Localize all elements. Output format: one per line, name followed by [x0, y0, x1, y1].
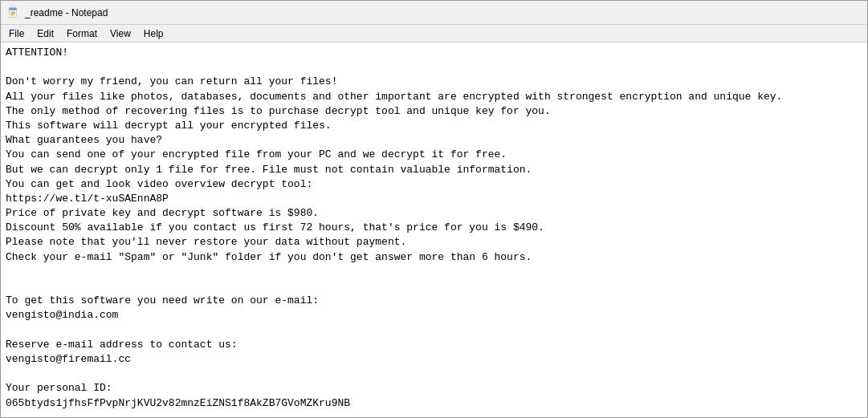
menu-format[interactable]: Format: [60, 26, 104, 41]
menu-view[interactable]: View: [104, 26, 137, 41]
menu-edit[interactable]: Edit: [31, 26, 60, 41]
notepad-icon: [7, 6, 20, 19]
menu-help[interactable]: Help: [137, 26, 170, 41]
document-content: ATTENTION! Don't worry my friend, you ca…: [6, 46, 862, 411]
notepad-window: _readme - Notepad File Edit Format View …: [0, 0, 868, 418]
menu-file[interactable]: File: [2, 26, 31, 41]
svg-rect-1: [10, 7, 17, 10]
window-title: _readme - Notepad: [25, 7, 861, 18]
text-area[interactable]: ATTENTION! Don't worry my friend, you ca…: [1, 43, 867, 417]
menu-bar: File Edit Format View Help: [1, 25, 867, 43]
title-bar: _readme - Notepad: [1, 1, 867, 25]
